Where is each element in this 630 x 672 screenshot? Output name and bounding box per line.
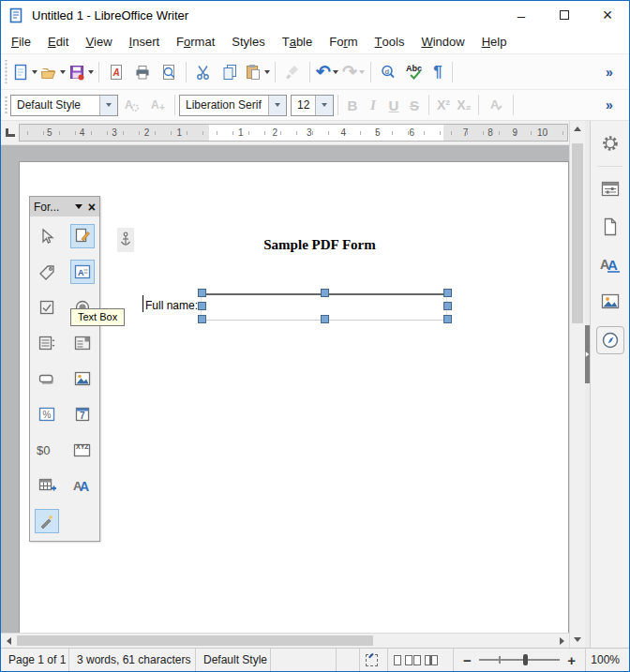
scroll-right-button[interactable]: [554, 634, 569, 648]
sidebar-styles-button[interactable]: AA: [594, 249, 626, 279]
menu-item[interactable]: Table: [274, 29, 322, 53]
paste-dropdown-caret[interactable]: [264, 70, 270, 74]
toolbar-grip[interactable]: [4, 60, 8, 83]
selection-handle-top-left[interactable]: [198, 289, 206, 297]
form-controls-titlebar[interactable]: For... ×: [30, 197, 99, 217]
design-mode-button[interactable]: [70, 224, 95, 248]
export-pdf-button[interactable]: A: [104, 59, 128, 85]
print-preview-button[interactable]: [157, 59, 181, 85]
document-page[interactable]: Sample PDF Form Full name:: [19, 161, 569, 633]
selection-handle-bottom-left[interactable]: [198, 315, 206, 323]
font-name-combo[interactable]: Liberation Serif: [179, 95, 287, 116]
new-dropdown-caret[interactable]: [32, 70, 38, 74]
check-box-button[interactable]: [35, 295, 59, 320]
vertical-scrollbar[interactable]: [569, 121, 585, 648]
menu-item[interactable]: Window: [412, 29, 472, 53]
toolbar-close-icon[interactable]: ×: [88, 201, 96, 214]
date-field-button[interactable]: 7: [70, 402, 95, 426]
sidebar-settings-button[interactable]: [594, 128, 626, 158]
book-view-icon[interactable]: [425, 655, 438, 665]
menu-item[interactable]: Styles: [223, 29, 273, 53]
horizontal-scrollbar[interactable]: [1, 633, 569, 648]
tab-stop-indicator[interactable]: [6, 128, 15, 137]
image-button-button[interactable]: [70, 366, 95, 391]
pattern-field-button[interactable]: XYZ: [70, 438, 95, 462]
menu-item[interactable]: File: [3, 29, 39, 53]
toolbar-grip[interactable]: [4, 96, 8, 114]
zoom-out-button[interactable]: −: [463, 653, 472, 667]
sidebar-gallery-button[interactable]: [594, 287, 626, 317]
paragraph-style-combo[interactable]: Default Style: [10, 95, 118, 116]
menu-item[interactable]: Form: [321, 29, 366, 53]
horizontal-ruler[interactable]: 54321 123456 78910: [19, 124, 568, 142]
open-dropdown-caret[interactable]: [60, 70, 66, 74]
clone-formatting-button[interactable]: [280, 59, 305, 85]
select-button[interactable]: [35, 224, 59, 248]
font-color-button[interactable]: A: [484, 92, 508, 118]
sidebar-page-button[interactable]: [594, 212, 626, 242]
scroll-up-button[interactable]: [570, 121, 585, 137]
cut-button[interactable]: [191, 59, 216, 85]
bold-button[interactable]: B: [343, 92, 362, 118]
wizards-button[interactable]: [35, 509, 59, 533]
menu-item[interactable]: Format: [168, 29, 223, 53]
italic-button[interactable]: I: [364, 92, 382, 118]
zoom-in-button[interactable]: +: [567, 653, 576, 667]
single-page-view-icon[interactable]: [394, 655, 401, 665]
menu-item[interactable]: Edit: [39, 29, 77, 53]
redo-button[interactable]: ↷: [341, 59, 366, 85]
superscript-button[interactable]: X²: [434, 92, 453, 118]
formatting-marks-button[interactable]: ¶: [428, 59, 447, 85]
currency-field-button[interactable]: $0: [35, 438, 59, 462]
status-zoom-value[interactable]: 100%: [586, 649, 629, 671]
vertical-scrollbar-thumb[interactable]: [572, 143, 583, 323]
underline-button[interactable]: U: [384, 92, 403, 118]
selection-handle-top-middle[interactable]: [321, 289, 329, 297]
print-button[interactable]: [130, 59, 155, 85]
multi-page-view-icon[interactable]: [405, 655, 421, 665]
scroll-down-button[interactable]: [570, 632, 585, 648]
undo-button[interactable]: ↶: [315, 59, 339, 85]
new-document-button[interactable]: [11, 59, 38, 85]
undo-dropdown-caret[interactable]: [333, 70, 338, 74]
status-selection-mode[interactable]: [360, 649, 388, 671]
save-button[interactable]: [68, 59, 94, 85]
copy-button[interactable]: [218, 59, 242, 85]
save-dropdown-caret[interactable]: [88, 70, 94, 74]
sidebar-hide-grip[interactable]: [585, 325, 590, 383]
more-fields-button[interactable]: AA: [70, 473, 95, 498]
spelling-button[interactable]: Abc: [402, 59, 427, 85]
redo-dropdown-caret[interactable]: [359, 70, 365, 74]
status-language[interactable]: [271, 649, 337, 671]
strikethrough-button[interactable]: S: [405, 92, 424, 118]
maximize-button[interactable]: [543, 1, 586, 29]
open-button[interactable]: [39, 59, 66, 85]
menu-item[interactable]: Tools: [367, 29, 413, 53]
paste-button[interactable]: [244, 59, 270, 85]
push-button-button[interactable]: [35, 366, 59, 391]
status-word-count[interactable]: 3 words, 61 characters: [69, 649, 196, 671]
new-style-button[interactable]: A+: [145, 92, 170, 118]
font-size-combo[interactable]: 12: [291, 95, 334, 116]
font-dropdown-button[interactable]: [268, 96, 286, 115]
subscript-button[interactable]: X₂: [455, 92, 473, 118]
toolbar-overflow-button[interactable]: »: [597, 92, 622, 118]
status-save-indicator[interactable]: [337, 649, 360, 671]
selection-handle-bottom-right[interactable]: [443, 315, 452, 323]
horizontal-scrollbar-thumb[interactable]: [17, 635, 373, 646]
menu-item[interactable]: Help: [473, 29, 516, 53]
label-field-button[interactable]: [35, 260, 59, 284]
sidebar-properties-button[interactable]: [594, 174, 626, 204]
selection-handle-top-right[interactable]: [443, 289, 452, 297]
minimize-button[interactable]: –: [500, 1, 543, 29]
combo-box-button[interactable]: [70, 331, 95, 355]
status-page-count[interactable]: Page 1 of 1: [1, 649, 69, 671]
status-page-style[interactable]: Default Style: [196, 649, 271, 671]
style-dropdown-button[interactable]: [99, 96, 117, 115]
toolbar-menu-caret-icon[interactable]: [75, 204, 82, 209]
menu-item[interactable]: Insert: [121, 29, 169, 53]
scroll-left-button[interactable]: [1, 634, 16, 648]
toolbar-overflow-button[interactable]: »: [597, 59, 622, 85]
formatted-field-button[interactable]: %: [35, 402, 59, 426]
zoom-slider-track[interactable]: [479, 659, 560, 661]
